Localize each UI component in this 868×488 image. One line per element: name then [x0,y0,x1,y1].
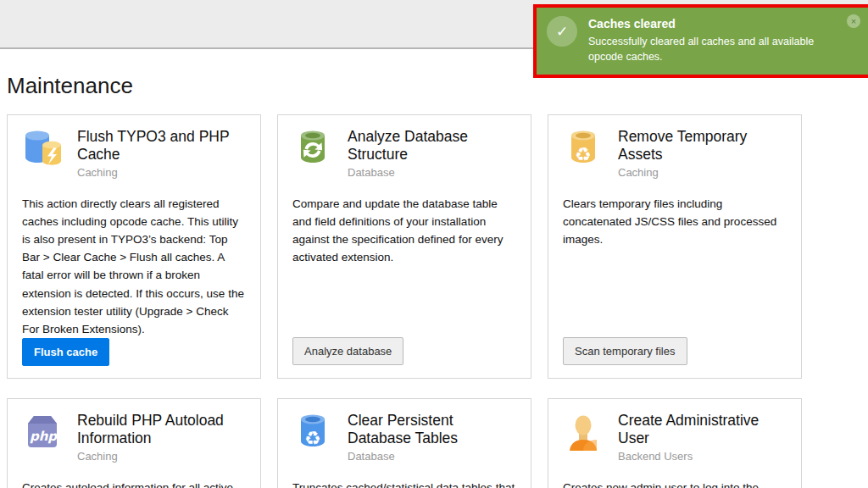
card-title-block: Clear Persistent Database Tables Databas… [348,412,516,463]
recycle-database-blue-icon: ♻ [292,412,333,452]
recycle-database-yellow-icon: ♻ [563,128,604,169]
card-description: Truncates cached/statistical data tables… [292,479,516,488]
check-icon: ✓ [547,16,577,47]
card-footer: Scan temporary files [563,337,787,365]
card-header: php Rebuild PHP Autoload Information Cac… [22,412,246,463]
card-category: Caching [77,450,246,463]
php-package-icon: php [22,412,63,452]
close-icon[interactable]: × [847,14,860,28]
card-header: ♻ Remove Temporary Assets Caching [563,128,787,179]
card-title-block: Remove Temporary Assets Caching [618,128,787,179]
card-header: Flush TYPO3 and PHP Cache Caching [22,128,246,179]
card-create-admin-user: Create Administrative User Backend Users… [548,398,802,488]
card-header: ♻ Clear Persistent Database Tables Datab… [292,412,516,463]
card-title-block: Flush TYPO3 and PHP Cache Caching [77,128,246,179]
cache-database-icon [22,128,63,169]
card-title: Rebuild PHP Autoload Information [77,412,246,446]
card-clear-persistent-tables: ♻ Clear Persistent Database Tables Datab… [277,398,531,488]
page-title: Maintenance [7,73,133,99]
card-header: Analyze Database Structure Database [292,128,516,179]
card-title: Flush TYPO3 and PHP Cache [77,128,246,163]
card-header: Create Administrative User Backend Users [563,412,787,463]
toast-text-block: Caches cleared Successfully cleared all … [588,16,851,64]
card-category: Caching [77,166,246,179]
card-category: Database [348,450,516,463]
card-description: Clears temporary files including concate… [563,195,787,248]
toast-title: Caches cleared [588,17,851,30]
database-refresh-icon [292,128,333,169]
card-description: Compare and update the database table an… [292,195,516,266]
toast-message: Successfully cleared all caches and all … [588,34,851,64]
analyze-database-button[interactable]: Analyze database [292,337,403,365]
card-description: Creates new admin user to log into the T… [563,479,787,488]
card-category: Database [348,166,516,179]
card-footer: Flush cache [22,338,246,366]
recycle-icon: ♻ [292,418,333,458]
card-description: This action directly clears all register… [22,195,246,337]
card-analyze-database: Analyze Database Structure Database Comp… [277,114,531,379]
card-title: Remove Temporary Assets [618,128,787,163]
flush-cache-button[interactable]: Flush cache [22,338,109,366]
scan-temporary-files-button[interactable]: Scan temporary files [563,337,687,365]
card-rebuild-php-autoload: php Rebuild PHP Autoload Information Cac… [7,398,261,488]
card-title-block: Create Administrative User Backend Users [618,412,787,463]
card-description: Creates autoload information for all act… [22,479,246,488]
card-footer: Analyze database [292,337,516,365]
card-title: Analyze Database Structure [348,128,516,163]
notification-toast: ✓ Caches cleared Successfully cleared al… [533,4,868,78]
card-flush-cache: Flush TYPO3 and PHP Cache Caching This a… [7,114,261,379]
card-remove-temporary-assets: ♻ Remove Temporary Assets Caching Clears… [548,114,802,379]
maintenance-card-grid: Flush TYPO3 and PHP Cache Caching This a… [7,114,819,488]
recycle-icon: ♻ [563,134,604,175]
card-category: Caching [618,166,787,179]
svg-text:php: php [30,429,58,444]
card-category: Backend Users [618,450,787,463]
user-icon [563,412,604,452]
card-title-block: Rebuild PHP Autoload Information Caching [77,412,246,463]
card-title: Clear Persistent Database Tables [348,412,516,446]
card-title-block: Analyze Database Structure Database [348,128,516,179]
card-title: Create Administrative User [618,412,787,446]
